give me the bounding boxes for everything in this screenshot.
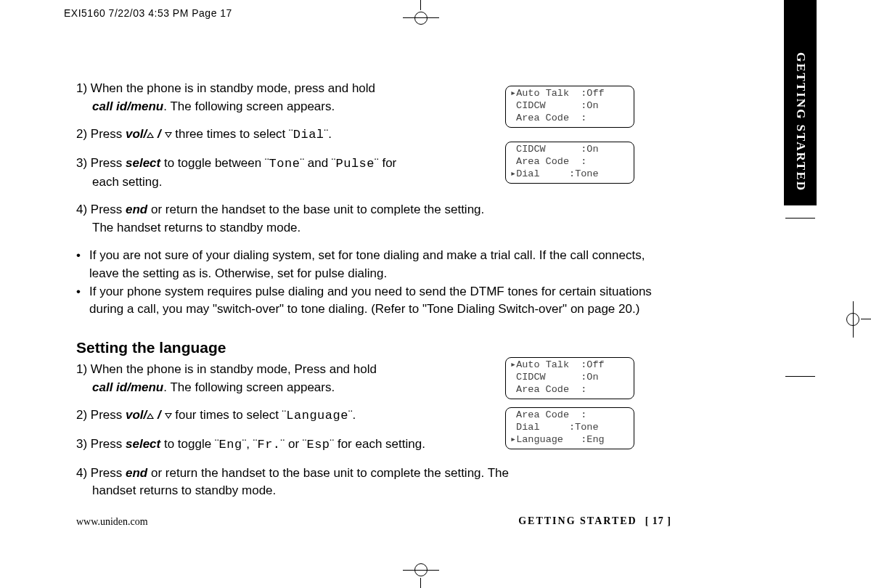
lcd-word: Esp <box>306 438 330 452</box>
key-select: select <box>126 437 160 451</box>
side-rule <box>785 218 815 377</box>
arrow-down-icon <box>165 132 172 138</box>
text: . The following screen appears. <box>163 380 335 394</box>
footer-page-number: [ 17 ] <box>645 515 671 526</box>
crop-mark-bottom <box>403 566 439 588</box>
footer-section: GETTING STARTED <box>518 515 637 526</box>
text: or return the handset to the base unit t… <box>147 466 509 480</box>
key-end: end <box>126 466 147 480</box>
step-b3: 3) Press select to toggle ¨Eng¨, ¨Fr.¨ o… <box>76 436 483 454</box>
text: ¨ for each setting. <box>330 437 425 451</box>
text: ¨ for <box>375 156 396 170</box>
arrow-down-icon <box>165 413 172 419</box>
text: 3) Press <box>76 156 126 170</box>
text: ¨ and ¨ <box>300 156 335 170</box>
lcd-word: Pulse <box>336 157 375 171</box>
crop-mark-top <box>403 0 439 17</box>
text: ¨. <box>324 127 332 141</box>
lcd-screen-d: Area Code : Dial :Tone ▸Language :Eng <box>505 407 634 449</box>
step-b1: 1) When the phone is in standby mode, Pr… <box>76 361 483 396</box>
lcd-screen-b: CIDCW :On Area Code : ▸Dial :Tone <box>505 142 634 184</box>
step-a3: 3) Press select to toggle between ¨Tone¨… <box>76 155 483 191</box>
lcd-word: Dial <box>293 128 324 142</box>
text: 1) When the phone is in standby mode, pr… <box>76 81 375 95</box>
key-vol: vol/ <box>126 408 147 422</box>
arrow-up-icon <box>147 132 154 138</box>
step-a1: 1) When the phone is in standby mode, pr… <box>76 80 483 115</box>
section-tab-label: GETTING STARTED <box>793 44 808 202</box>
key-select: select <box>126 156 160 170</box>
key-end: end <box>126 203 147 216</box>
key-call-id-menu: call id/menu <box>92 380 163 394</box>
text: 1) When the phone is in standby mode, Pr… <box>76 362 377 376</box>
text: to toggle between ¨ <box>160 156 269 170</box>
text: ¨. <box>348 408 356 422</box>
lcd-word: Language <box>286 409 348 422</box>
text: ¨ or ¨ <box>281 437 307 451</box>
step-b4: 4) Press end or return the handset to th… <box>76 465 657 500</box>
text: 3) Press <box>76 437 126 451</box>
text: or return the handset to the base unit t… <box>147 203 484 216</box>
step-b2: 2) Press vol/ / four times to select ¨La… <box>76 407 483 425</box>
page-footer: www.uniden.com GETTING STARTED [ 17 ] <box>76 515 671 528</box>
section-tab: GETTING STARTED <box>784 0 817 205</box>
lcd-screen-a: ▸Auto Talk :Off CIDCW :On Area Code : <box>505 86 634 128</box>
lcd-word: Fr. <box>257 438 280 452</box>
text: handset returns to standby mode. <box>92 483 276 497</box>
text: to toggle ¨ <box>160 437 218 451</box>
text: . The following screen appears. <box>163 99 335 113</box>
page-body: 1) When the phone is in standby mode, pr… <box>76 80 737 510</box>
key-vol: vol/ <box>126 127 147 141</box>
bullet-a1: If you are not sure of your dialing syst… <box>76 247 657 282</box>
text: three times to select ¨ <box>172 127 293 141</box>
arrow-up-icon <box>147 413 154 419</box>
footer-url: www.uniden.com <box>76 516 148 527</box>
lcd-word: Tone <box>269 157 300 171</box>
text: four times to select ¨ <box>172 408 287 422</box>
text: The handset returns to standby mode. <box>92 221 300 234</box>
lcd-word: Eng <box>219 438 242 452</box>
step-a2: 2) Press vol/ / three times to select ¨D… <box>76 126 483 144</box>
text: each setting. <box>92 175 162 189</box>
section-title-language: Setting the language <box>76 339 737 356</box>
text: 2) Press <box>76 127 126 141</box>
crop-mark-right <box>849 301 871 338</box>
text: 2) Press <box>76 408 126 422</box>
step-a4: 4) Press end or return the handset to th… <box>76 201 657 237</box>
lcd-screen-c: ▸Auto Talk :Off CIDCW :On Area Code : <box>505 357 634 399</box>
text: ¨, ¨ <box>242 437 258 451</box>
bullet-a2: If your phone system requires pulse dial… <box>76 283 657 319</box>
print-header-meta: EXI5160 7/22/03 4:53 PM Page 17 <box>64 7 232 19</box>
key-call-id-menu: call id/menu <box>92 99 163 113</box>
text: 4) Press <box>76 466 126 480</box>
text: 4) Press <box>76 203 126 216</box>
